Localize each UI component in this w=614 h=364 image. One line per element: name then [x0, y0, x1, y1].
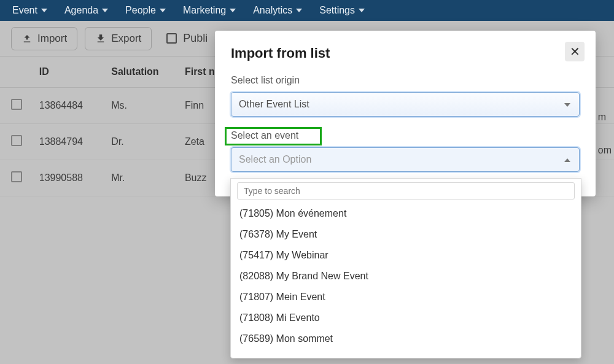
label-text: Select an event [231, 130, 298, 141]
nav-settings[interactable]: Settings [319, 5, 365, 16]
dropdown-option[interactable]: (71805) Mon événement [237, 203, 575, 224]
chevron-down-icon [359, 9, 365, 12]
select-event[interactable]: Select an Option [231, 147, 580, 172]
nav-label: Marketing [183, 5, 226, 16]
dropdown-option[interactable]: (76378) My Event [237, 224, 575, 245]
select-placeholder: Select an Option [239, 154, 311, 165]
dropdown-option[interactable]: (71807) Mein Event [237, 287, 575, 308]
nav-label: Settings [319, 5, 355, 16]
nav-label: Analytics [253, 5, 292, 16]
dropdown-option[interactable]: (71808) Mi Evento [237, 308, 575, 328]
import-modal: ✕ Import from list Select list origin Ot… [215, 31, 596, 196]
dropdown-option[interactable]: (76589) Mon sommet [237, 328, 575, 349]
dropdown-search-input[interactable] [237, 182, 575, 199]
nav-people[interactable]: People [125, 5, 166, 16]
dropdown-option[interactable]: (82088) My Brand New Event [237, 266, 575, 287]
chevron-up-icon [564, 158, 570, 162]
select-list-origin[interactable]: Other Event List [231, 92, 580, 117]
chevron-down-icon [230, 9, 236, 12]
nav-analytics[interactable]: Analytics [253, 5, 302, 16]
chevron-down-icon [296, 9, 302, 12]
chevron-down-icon [160, 9, 166, 12]
nav-label: Event [12, 5, 37, 16]
modal-title: Import from list [231, 45, 580, 61]
nav-label: People [125, 5, 156, 16]
select-value: Other Event List [239, 99, 309, 110]
close-button[interactable]: ✕ [565, 42, 585, 61]
nav-marketing[interactable]: Marketing [183, 5, 236, 16]
chevron-down-icon [102, 9, 108, 12]
label-list-origin: Select list origin [231, 75, 580, 86]
event-dropdown: (71805) Mon événement (76378) My Event (… [230, 178, 581, 358]
close-icon: ✕ [570, 44, 580, 59]
chevron-down-icon [41, 9, 47, 12]
nav-agenda[interactable]: Agenda [64, 5, 108, 16]
top-nav: Event Agenda People Marketing Analytics … [0, 0, 614, 21]
chevron-down-icon [564, 103, 570, 107]
label-select-event: Select an event [231, 130, 580, 141]
nav-label: Agenda [64, 5, 98, 16]
dropdown-option[interactable]: (75417) My Webinar [237, 245, 575, 266]
nav-event[interactable]: Event [12, 5, 47, 16]
